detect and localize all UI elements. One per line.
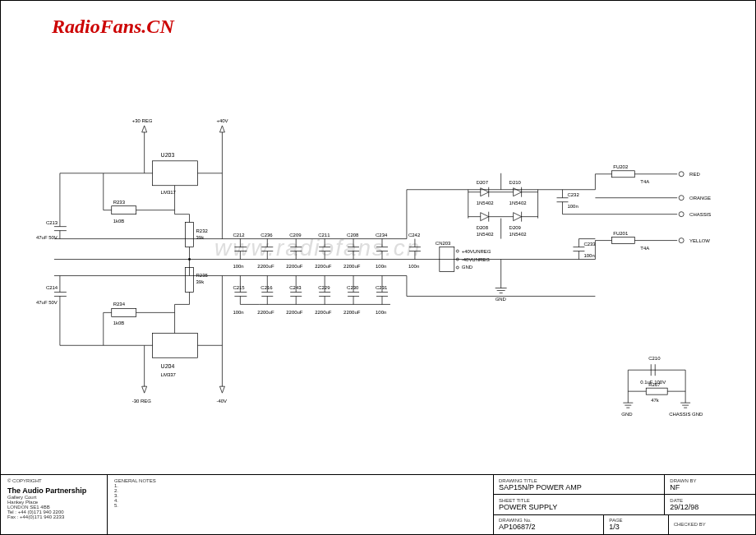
svg-text:C233: C233 xyxy=(583,242,596,247)
date-cell: DATE 29/12/98 xyxy=(665,495,755,514)
drawing-no-cell: DRAWING No. AP10687/2 xyxy=(494,515,604,534)
svg-point-185 xyxy=(679,172,684,177)
c213-val: 47uF 50V xyxy=(36,235,58,240)
drawing-title-cell: DRAWING TITLE SAP15N/P POWER AMP xyxy=(494,475,665,494)
u204-part: LM337 xyxy=(161,372,177,377)
r232-val: 39k xyxy=(196,235,205,240)
svg-text:C209: C209 xyxy=(289,233,302,238)
svg-point-190 xyxy=(679,238,684,243)
c215-val: 100n xyxy=(233,310,243,315)
page-num: 1/3 xyxy=(609,523,662,531)
svg-text:C211: C211 xyxy=(318,233,330,238)
svg-text:2200uF: 2200uF xyxy=(257,265,274,270)
svg-text:100n: 100n xyxy=(583,253,594,258)
svg-text:D207: D207 xyxy=(477,180,489,185)
drawn-by: NF xyxy=(670,483,750,491)
svg-text:R267: R267 xyxy=(648,382,661,387)
svg-text:C243: C243 xyxy=(289,285,302,290)
tb-company: © COPYRIGHT The Audio Partnership Galler… xyxy=(1,475,108,534)
svg-rect-39 xyxy=(112,308,136,316)
sheet-title-cell: SHEET TITLE POWER SUPPLY xyxy=(494,495,665,514)
out-chassis: CHASSIS xyxy=(689,212,711,217)
r233-val: 1k0B xyxy=(113,219,125,224)
u204-ref: U204 xyxy=(161,363,175,369)
schematic-diagram: U203 LM317 +30 REG +40V R233 1k0B xyxy=(21,83,735,460)
svg-marker-14 xyxy=(219,126,224,132)
svg-text:CHASSIS GND: CHASSIS GND xyxy=(669,412,703,417)
cap-bank-top: C236 2200uF C209 2200uF C211 2200uF xyxy=(257,233,388,270)
page-cell: PAGE 1/3 xyxy=(604,515,668,534)
svg-text:+40VUNREG: +40VUNREG xyxy=(462,249,491,254)
svg-rect-202 xyxy=(646,388,667,394)
neg40-label: -40V xyxy=(216,399,227,404)
r235-ref: R235 xyxy=(196,273,209,278)
c212-val: 100n xyxy=(233,265,243,270)
svg-text:D210: D210 xyxy=(509,180,522,185)
snubber-block: C2100.1uF 100V R26747k GND CHASSIS GND xyxy=(621,356,703,417)
u203-part: LM317 xyxy=(161,190,177,195)
drawing-no: AP10687/2 xyxy=(499,523,598,531)
watermark-top: RadioFans.CN xyxy=(52,16,174,38)
svg-point-134 xyxy=(456,266,459,269)
svg-text:2200uF: 2200uF xyxy=(343,310,361,315)
svg-text:T4A: T4A xyxy=(640,246,649,251)
out-yellow: YELLOW xyxy=(689,238,710,243)
svg-text:1N5402: 1N5402 xyxy=(477,232,495,237)
diode-bridge: D2071N5402 D2101N5402 D2081N5402 D2091N5… xyxy=(468,173,538,239)
r235-val: 39k xyxy=(196,279,205,284)
svg-text:C229: C229 xyxy=(318,285,330,290)
svg-text:2200uF: 2200uF xyxy=(343,265,361,270)
svg-marker-140 xyxy=(514,188,522,196)
svg-text:100n: 100n xyxy=(408,265,419,270)
svg-marker-148 xyxy=(514,213,522,221)
svg-text:C210: C210 xyxy=(648,356,661,361)
svg-text:D208: D208 xyxy=(477,225,489,230)
svg-rect-6 xyxy=(153,161,198,186)
svg-text:2200uF: 2200uF xyxy=(257,310,274,315)
note-5: 5. xyxy=(114,503,486,508)
pos30-label: +30 REG xyxy=(132,118,153,123)
neg30-label: -30 REG xyxy=(132,399,152,404)
svg-text:C236: C236 xyxy=(260,233,273,238)
r233-ref: R233 xyxy=(113,200,126,205)
svg-text:100n: 100n xyxy=(567,204,578,209)
svg-marker-13 xyxy=(142,126,147,132)
cn203-ref: CN203 xyxy=(436,241,451,246)
svg-text:C234: C234 xyxy=(376,233,388,238)
svg-text:2200uF: 2200uF xyxy=(315,310,332,315)
svg-rect-174 xyxy=(611,171,634,178)
svg-text:47k: 47k xyxy=(651,398,659,403)
company-fax: Fax : +44(0)171 940 2233 xyxy=(7,514,100,519)
svg-text:100n: 100n xyxy=(376,265,386,270)
sheet-title: POWER SUPPLY xyxy=(499,503,659,511)
svg-marker-144 xyxy=(481,213,489,221)
drawn-by-cell: DRAWN BY NF xyxy=(665,475,755,494)
svg-marker-136 xyxy=(481,188,489,196)
svg-text:D209: D209 xyxy=(509,225,522,230)
svg-point-130 xyxy=(456,250,459,252)
titleblock: © COPYRIGHT The Audio Partnership Galler… xyxy=(1,474,755,534)
c214-val: 47uF 50V xyxy=(36,300,58,305)
drawing-title: SAP15N/P POWER AMP xyxy=(499,483,659,491)
svg-point-189 xyxy=(679,212,684,217)
svg-text:C216: C216 xyxy=(260,285,273,290)
svg-rect-15 xyxy=(112,206,136,214)
svg-text:2200uF: 2200uF xyxy=(286,265,303,270)
u203-ref: U203 xyxy=(161,152,175,158)
fu202-ref: FU202 xyxy=(613,164,629,169)
svg-text:GND: GND xyxy=(462,265,473,270)
cap-bank-bot: C216 2200uF C243 2200uF C229 2200uF xyxy=(257,275,388,315)
svg-text:1N5402: 1N5402 xyxy=(509,201,528,205)
svg-marker-52 xyxy=(219,386,224,393)
svg-text:C242: C242 xyxy=(408,233,421,238)
svg-text:C232: C232 xyxy=(567,192,579,197)
out-red: RED xyxy=(689,172,700,177)
svg-rect-25 xyxy=(186,223,194,247)
svg-marker-50 xyxy=(142,386,147,393)
c215-ref: C215 xyxy=(233,285,245,290)
fu201-ref: FU201 xyxy=(613,231,629,236)
r234-val: 1k0B xyxy=(113,321,125,325)
copyright-label: © COPYRIGHT xyxy=(7,478,100,483)
svg-text:100n: 100n xyxy=(376,310,386,315)
tb-notes: GENERAL NOTES 1. 2. 3. 4. 5. xyxy=(108,475,494,534)
